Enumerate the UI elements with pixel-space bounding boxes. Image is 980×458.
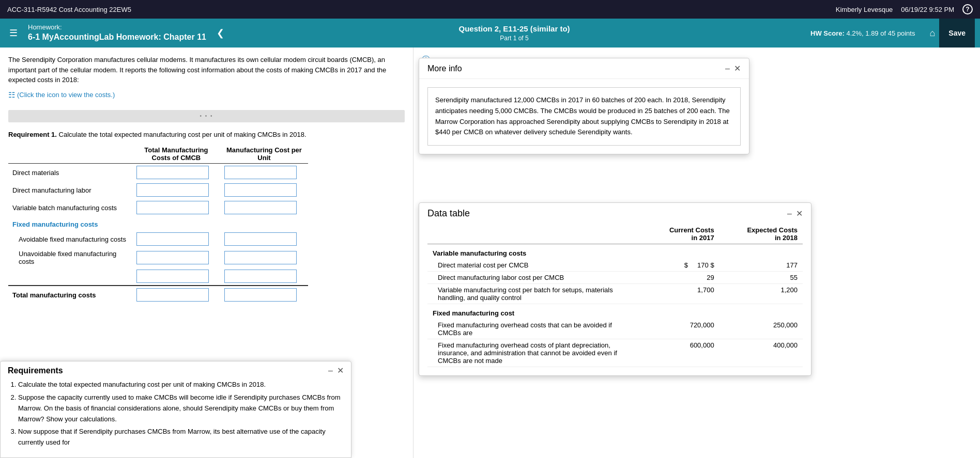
unavoidable-fixed-total-input[interactable]: [136, 251, 209, 264]
table-row: Direct material cost per CMCB $ 170 $ 17…: [427, 259, 803, 272]
homework-label: Homework:: [28, 23, 206, 32]
total-label: Total manufacturing costs: [8, 286, 132, 304]
data-table-controls: – ✕: [787, 209, 803, 218]
hamburger-menu[interactable]: ☰: [5, 23, 22, 43]
row-val-2018: 250,000: [719, 319, 803, 339]
row-val-2018: 1,200: [719, 284, 803, 304]
row-val-2017: 29: [636, 272, 719, 284]
top-bar-right: Kimberly Levesque 06/19/22 9:52 PM ?: [836, 4, 973, 14]
more-info-header: More info – ✕: [419, 58, 749, 79]
data-table-popup: Data table – ✕ Current Costs in 2017: [419, 202, 811, 376]
row-input-unit: [220, 164, 308, 182]
avoidable-fixed-total-input[interactable]: [136, 232, 209, 246]
table-row: Avoidable fixed manufacturing costs: [8, 230, 308, 248]
total-manufacturing-unit-input[interactable]: [224, 288, 297, 302]
section-col3: [220, 216, 308, 230]
direct-materials-total-input[interactable]: [136, 166, 209, 179]
row-input-total: [132, 181, 220, 199]
section-col2: [132, 216, 220, 230]
grid-icon: ☷: [8, 90, 15, 100]
list-item: Suppose the capacity currently used to m…: [18, 392, 344, 424]
row-input-unit: [220, 286, 308, 304]
row-label: Direct material cost per CMCB: [427, 259, 636, 272]
right-panel: ⓘ (Click the icon to view additional inf…: [414, 48, 980, 458]
section-label: Fixed manufacturing cost: [427, 304, 803, 320]
req-popup-title: Requirements: [8, 366, 63, 375]
table-row: Unavoidable fixed manufacturing costs: [8, 248, 308, 267]
row-label: [8, 267, 132, 286]
row-input-total: [132, 248, 220, 267]
home-icon[interactable]: ⌂: [925, 24, 939, 43]
req-popup-content: Calculate the total expected manufacturi…: [1, 380, 351, 457]
requirements-popup: Requirements – ✕ Calculate the total exp…: [0, 361, 351, 458]
table-row: Variable manufacturing cost per batch fo…: [427, 284, 803, 304]
total-row: Total manufacturing costs: [8, 286, 308, 304]
row-input-unit: [220, 230, 308, 248]
direct-labor-unit-input[interactable]: [224, 183, 297, 197]
section-header-row: Fixed manufacturing costs: [8, 216, 308, 230]
row-input-unit: [220, 248, 308, 267]
req-close-button[interactable]: ✕: [337, 366, 344, 375]
row-label: Fixed manufacturing overhead costs of pl…: [427, 339, 636, 367]
data-table-body: Current Costs in 2017 Expected Costs in …: [419, 224, 811, 375]
col-total-header: Total Manufacturing Costs of CMCB: [132, 145, 220, 164]
table-row: Direct manufacturing labor: [8, 181, 308, 199]
table-row: Direct materials: [8, 164, 308, 182]
row-label: Variable batch manufacturing costs: [8, 199, 132, 216]
data-table-header: Data table – ✕: [419, 203, 811, 224]
total-manufacturing-total-input[interactable]: [136, 288, 209, 302]
row-val-2017: $ 170 $: [636, 259, 719, 272]
req-minimize-button[interactable]: –: [328, 366, 333, 375]
list-item: Now suppose that if Serendipity purchase…: [18, 427, 344, 448]
row-val-2017: 720,000: [636, 319, 719, 339]
list-item: Calculate the total expected manufacturi…: [18, 380, 344, 390]
variable-batch-total-input[interactable]: [136, 201, 209, 214]
row-label: Direct manufacturing labor: [8, 181, 132, 199]
col-2018-year: in 2018: [725, 234, 798, 242]
prev-question-arrow[interactable]: ❮: [212, 23, 228, 43]
data-table-minimize-button[interactable]: –: [787, 209, 792, 218]
row-input-unit: [220, 199, 308, 216]
req1-header: Requirement 1. Calculate the total expec…: [8, 130, 405, 140]
row-label: Avoidable fixed manufacturing costs: [8, 230, 132, 248]
question-info: Question 2, E11-25 (similar to) Part 1 o…: [228, 23, 800, 43]
table-row: Fixed manufacturing overhead costs of pl…: [427, 339, 803, 367]
variable-batch-unit-input[interactable]: [224, 201, 297, 214]
question-title: Question 2, E11-25 (similar to): [228, 23, 800, 34]
extra-unit-input[interactable]: [224, 270, 297, 283]
col-desc-header: [427, 224, 636, 244]
datetime: 06/19/22 9:52 PM: [901, 6, 954, 13]
extra-total-input[interactable]: [136, 270, 209, 283]
save-button[interactable]: Save: [939, 19, 975, 48]
avoidable-fixed-unit-input[interactable]: [224, 232, 297, 246]
req1-text: Calculate the total expected manufacturi…: [59, 131, 307, 138]
req1-label: Requirement 1.: [8, 131, 57, 138]
row-label: Variable manufacturing cost per batch fo…: [427, 284, 636, 304]
icon-link-label: (Click the icon to view the costs.): [17, 91, 115, 99]
row-input-total: [132, 230, 220, 248]
row-input-total: [132, 267, 220, 286]
row-val-2017: 600,000: [636, 339, 719, 367]
table-row: Direct manufacturing labor cost per CMCB…: [427, 272, 803, 284]
costs-icon-link[interactable]: ☷ (Click the icon to view the costs.): [8, 90, 115, 100]
col-2017-year: in 2017: [641, 234, 714, 242]
row-input-total: [132, 164, 220, 182]
data-table-close-button[interactable]: ✕: [796, 209, 803, 218]
intro-text: The Serendipity Corporation manufactures…: [8, 55, 405, 85]
more-info-minimize-button[interactable]: –: [725, 64, 730, 73]
homework-name: 6-1 MyAccountingLab Homework: Chapter 11: [28, 32, 206, 43]
more-info-popup: More info – ✕ Serendipity manufactured 1…: [419, 58, 749, 154]
row-val-2017: 1,700: [636, 284, 719, 304]
help-icon[interactable]: ?: [962, 4, 973, 14]
direct-labor-total-input[interactable]: [136, 183, 209, 197]
row-val-2018: 400,000: [719, 339, 803, 367]
more-info-close-button[interactable]: ✕: [734, 64, 741, 73]
unavoidable-fixed-unit-input[interactable]: [224, 251, 297, 264]
direct-materials-unit-input[interactable]: [224, 166, 297, 179]
row-input-unit: [220, 181, 308, 199]
more-info-controls: – ✕: [725, 64, 741, 73]
table-row: Variable batch manufacturing costs: [8, 199, 308, 216]
homework-title: Homework: 6-1 MyAccountingLab Homework: …: [22, 23, 212, 43]
more-info-title: More info: [427, 64, 462, 73]
col-2017-header: Current Costs in 2017: [636, 224, 719, 244]
